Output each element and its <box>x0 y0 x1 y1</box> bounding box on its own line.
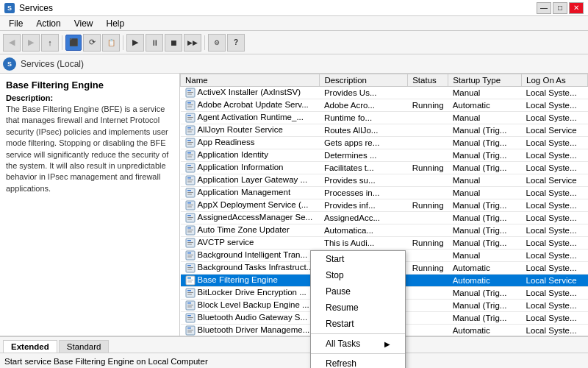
cell-logon: Local Syste... <box>522 224 588 237</box>
tab-extended[interactable]: Extended <box>3 340 57 353</box>
context-menu-item-start[interactable]: Start <box>311 251 405 267</box>
service-name-heading: Base Filtering Engine <box>6 79 173 91</box>
table-row[interactable]: Application Information Facilitates t...… <box>181 162 588 174</box>
table-row[interactable]: Application Layer Gateway ... Provides s… <box>181 174 588 187</box>
cell-startup: Manual (Trig... <box>448 312 522 325</box>
cell-startup: Manual <box>448 112 522 124</box>
table-row[interactable]: AVCTP service This is Audi... Running Ma… <box>181 237 588 250</box>
cell-name: Block Level Backup Engine ... <box>181 300 320 312</box>
col-desc[interactable]: Description <box>320 74 408 87</box>
svg-rect-46 <box>187 230 193 230</box>
menu-file[interactable]: File <box>3 17 29 30</box>
context-menu-item-resume[interactable]: Resume <box>311 300 405 316</box>
table-header-row: Name Description Status Startup Type Log… <box>181 74 588 87</box>
col-name[interactable]: Name <box>181 74 320 87</box>
context-menu-item-stop[interactable]: Stop <box>311 267 405 283</box>
cell-status <box>408 224 448 237</box>
context-menu-item-restart[interactable]: Restart <box>311 316 405 332</box>
service-icon <box>185 163 196 173</box>
context-menu-item-all-tasks[interactable]: All Tasks▶ <box>311 336 405 352</box>
context-menu-item-refresh[interactable]: Refresh <box>311 355 405 368</box>
svg-rect-14 <box>187 130 193 130</box>
svg-rect-41 <box>187 215 191 216</box>
cell-status: Running <box>408 162 448 174</box>
service-icon <box>185 188 196 198</box>
breadcrumb-text: Services (Local) <box>21 59 84 69</box>
close-button[interactable]: ✕ <box>569 2 584 14</box>
service-icon <box>185 313 196 323</box>
up-button[interactable]: ↑ <box>41 34 59 52</box>
cell-logon: Local Syste... <box>522 149 588 162</box>
col-startup[interactable]: Startup Type <box>448 74 522 87</box>
help-button[interactable]: ? <box>227 34 245 52</box>
context-menu-separator <box>311 353 405 354</box>
cell-status <box>408 212 448 224</box>
svg-rect-73 <box>187 315 191 316</box>
cell-desc: Facilitates t... <box>320 162 408 174</box>
svg-rect-51 <box>187 244 192 245</box>
maximize-button[interactable]: □ <box>553 2 567 14</box>
table-row[interactable]: Adobe Acrobat Update Serv... Adobe Acro.… <box>181 99 588 112</box>
cell-startup: Manual (Trig... <box>448 287 522 300</box>
cell-status <box>408 124 448 137</box>
cell-status <box>408 275 448 287</box>
minimize-button[interactable]: — <box>537 2 551 14</box>
play-button[interactable]: ▶ <box>126 34 144 52</box>
service-icon <box>185 288 196 298</box>
menu-action[interactable]: Action <box>30 17 66 30</box>
cell-status: Running <box>408 262 448 275</box>
cell-name: Adobe Acrobat Update Serv... <box>181 99 320 112</box>
tab-standard[interactable]: Standard <box>59 340 110 353</box>
cell-logon: Local Syste... <box>522 162 588 174</box>
table-row[interactable]: Agent Activation Runtime_... Runtime fo.… <box>181 112 588 124</box>
cell-name: Bluetooth Audio Gateway S... <box>181 312 320 325</box>
cell-desc: Provides inf... <box>320 199 408 212</box>
svg-rect-55 <box>187 257 192 258</box>
col-status[interactable]: Status <box>408 74 448 87</box>
refresh-button[interactable]: ⟳ <box>83 34 101 52</box>
stop-button[interactable]: ⏹ <box>165 34 182 52</box>
cell-status <box>408 300 448 312</box>
forward-button[interactable]: ▶ <box>22 34 40 52</box>
context-menu-separator <box>311 333 405 334</box>
restart-button[interactable]: ▶▶ <box>184 34 201 52</box>
export-button[interactable]: 📋 <box>102 34 120 52</box>
context-menu: StartStopPauseResumeRestartAll Tasks▶Ref… <box>310 250 406 368</box>
cell-status <box>408 187 448 199</box>
show-hide-button[interactable]: ⬛ <box>65 35 82 51</box>
cell-name: Background Tasks Infrastruct... <box>181 262 320 275</box>
svg-rect-70 <box>187 305 193 305</box>
cell-logon: Local Syste... <box>522 325 588 336</box>
svg-rect-71 <box>187 307 192 308</box>
col-logon[interactable]: Log On As <box>522 74 588 87</box>
app-icon: S <box>4 3 15 13</box>
table-row[interactable]: ActiveX Installer (AxInstSV) Provides Us… <box>181 87 588 99</box>
toolbar-separator-3 <box>204 35 205 50</box>
cell-status <box>408 325 448 336</box>
svg-rect-31 <box>187 182 192 183</box>
menu-view[interactable]: View <box>68 17 99 30</box>
table-row[interactable]: AppX Deployment Service (... Provides in… <box>181 199 588 212</box>
pause-button[interactable]: ⏸ <box>146 34 163 52</box>
cell-startup: Manual <box>448 87 522 99</box>
table-row[interactable]: Application Identity Determines ... Manu… <box>181 149 588 162</box>
context-menu-item-pause[interactable]: Pause <box>311 283 405 300</box>
table-row[interactable]: Application Management Processes in... M… <box>181 187 588 199</box>
properties-button[interactable]: ⚙ <box>208 34 226 52</box>
svg-rect-17 <box>187 140 191 141</box>
table-row[interactable]: Auto Time Zone Updater Automatica... Man… <box>181 224 588 237</box>
table-row[interactable]: AssignedAccessManager Se... AssignedAcc.… <box>181 212 588 224</box>
svg-rect-5 <box>187 102 191 104</box>
service-icon <box>185 175 196 185</box>
cell-desc: Routes AllJo... <box>320 124 408 137</box>
table-row[interactable]: AllJoyn Router Service Routes AllJo... M… <box>181 124 588 137</box>
svg-rect-26 <box>187 167 193 168</box>
cell-logon: Local Syste... <box>522 212 588 224</box>
svg-rect-13 <box>187 127 191 129</box>
cell-startup: Manual <box>448 250 522 262</box>
table-row[interactable]: App Readiness Gets apps re... Manual (Tr… <box>181 137 588 149</box>
cell-desc: AssignedAcc... <box>320 212 408 224</box>
bottom-area: Extended Standard <box>0 336 588 353</box>
back-button[interactable]: ◀ <box>3 34 21 52</box>
menu-help[interactable]: Help <box>101 17 131 30</box>
